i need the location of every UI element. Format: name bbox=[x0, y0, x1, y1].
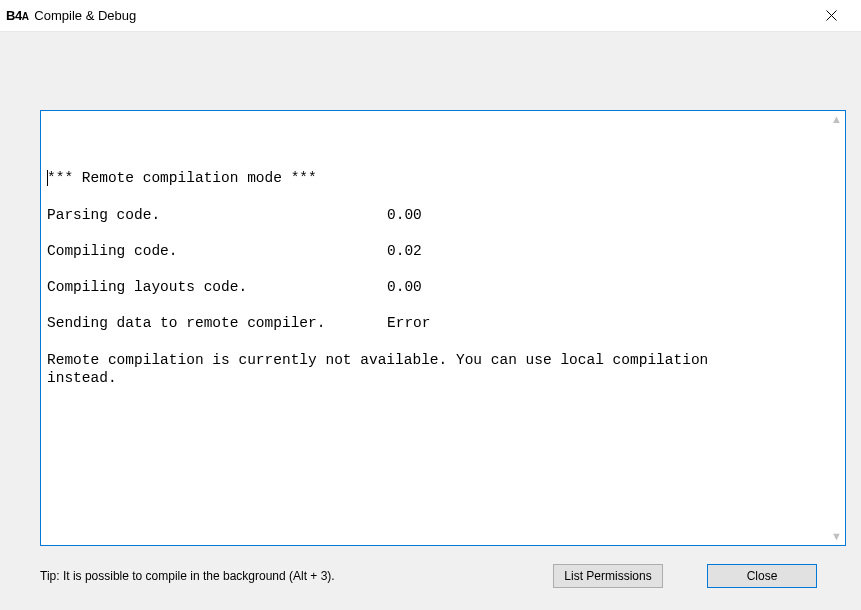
log-header: *** Remote compilation mode *** bbox=[47, 169, 839, 187]
tip-text: Tip: It is possible to compile in the ba… bbox=[40, 569, 335, 583]
app-logo: B4A bbox=[6, 8, 28, 23]
titlebar: B4A Compile & Debug bbox=[0, 0, 861, 32]
scroll-down-icon[interactable]: ▼ bbox=[831, 531, 842, 542]
content-area: ▲ ▼ *** Remote compilation mode *** Pars… bbox=[0, 32, 861, 610]
compile-log[interactable]: ▲ ▼ *** Remote compilation mode *** Pars… bbox=[40, 110, 846, 546]
log-row: Parsing code.0.00 bbox=[47, 206, 839, 224]
log-message: Remote compilation is currently not avai… bbox=[47, 351, 839, 387]
log-row: Sending data to remote compiler.Error bbox=[47, 314, 839, 332]
footer-row: Tip: It is possible to compile in the ba… bbox=[40, 564, 847, 588]
log-row: Compiling code.0.02 bbox=[47, 242, 839, 260]
log-row: Compiling layouts code.0.00 bbox=[47, 278, 839, 296]
scroll-up-icon[interactable]: ▲ bbox=[831, 114, 842, 125]
list-permissions-button[interactable]: List Permissions bbox=[553, 564, 663, 588]
close-icon[interactable] bbox=[809, 1, 853, 31]
window-title: Compile & Debug bbox=[34, 8, 136, 23]
close-button[interactable]: Close bbox=[707, 564, 817, 588]
